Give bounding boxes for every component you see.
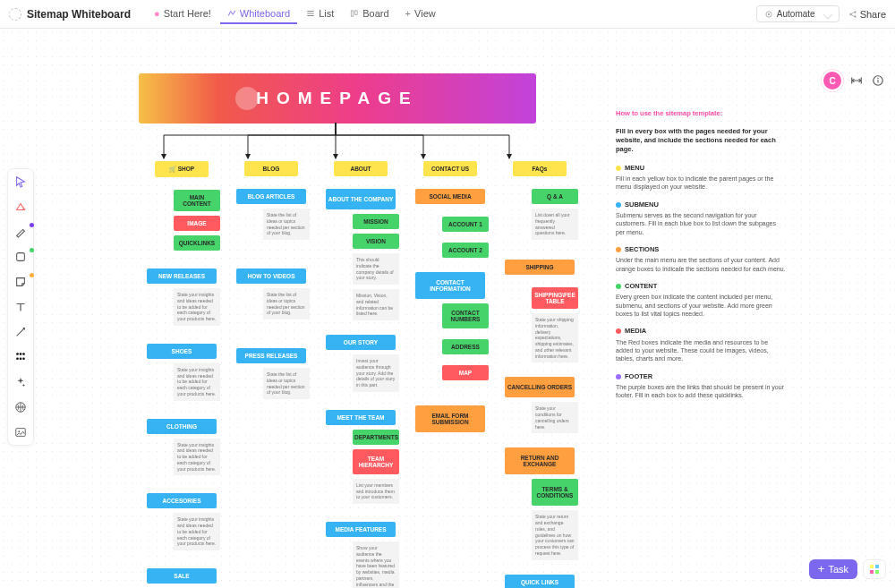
add-task-button[interactable]: +Task [809,559,857,579]
apps-button[interactable] [863,559,886,579]
svg-rect-0 [352,10,354,15]
node-quicklinks[interactable]: QUICKLINKS [174,235,220,251]
tab-list[interactable]: List [299,4,341,24]
fit-icon[interactable] [850,74,863,87]
sec-social[interactable]: SOCIAL MEDIA [415,189,485,204]
tab-start-here[interactable]: ●Start Here! [147,4,218,24]
menu-about[interactable]: ABOUT [334,161,388,176]
sec-cancelling[interactable]: CANCELLING ORDERS [505,377,575,397]
share-button[interactable]: Share [848,9,886,20]
node-terms[interactable]: TERMS & CONDITIONS [532,479,578,506]
desc: Show your audience the events where you … [353,541,399,588]
menu-blog[interactable]: BLOG [244,161,298,176]
col-shop: 🛒 SHOP MAIN CONTENT IMAGE QUICKLINKS NEW… [143,161,220,588]
automate-icon [764,10,773,19]
sticky-tool[interactable] [13,275,28,289]
sub-about-company[interactable]: ABOUT THE COMPANY [326,189,396,209]
svg-point-8 [877,78,878,79]
node-mission[interactable]: MISSION [353,214,399,229]
apps-icon [869,564,880,575]
doc-title[interactable]: Sitemap Whiteboard [27,8,131,21]
svg-rect-11 [875,565,879,568]
desc: State your insights and ideas needed to … [174,288,220,326]
sub-meet-team[interactable]: MEET THE TEAM [326,410,396,425]
node-departments[interactable]: DEPARTMENTS [353,430,399,445]
frame-tool[interactable] [13,350,28,364]
sub-our-story[interactable]: OUR STORY [326,335,396,350]
top-bar: Sitemap Whiteboard ●Start Here! Whiteboa… [0,0,895,29]
desc: State your insights and ideas needed to … [174,363,220,401]
text-tool[interactable] [13,300,28,314]
tab-whiteboard[interactable]: Whiteboard [220,4,297,24]
node-shipping-table[interactable]: SHIPPING\FEE TABLE [532,287,578,309]
svg-point-20 [20,357,22,360]
automate-button[interactable]: Automate [756,5,840,22]
menu-shop[interactable]: 🛒 SHOP [155,161,209,177]
svg-point-18 [22,353,25,355]
svg-point-21 [22,357,25,360]
sub-blog-articles[interactable]: BLOG ARTICLES [236,189,306,204]
pen-tool[interactable] [13,225,28,239]
info-icon[interactable] [872,74,884,87]
sec-shipping[interactable]: SHIPPING [505,260,575,275]
legend-title: How to use the sitemap template: [616,109,786,118]
sub-accessories[interactable]: ACCESORIES [147,493,217,508]
sec-email-form[interactable]: EMAIL FORM SUBMISSION [415,405,485,432]
node-image[interactable]: IMAGE [174,216,220,231]
sub-shoes[interactable]: SHOES [147,344,217,359]
sub-quicklinks[interactable]: QUICK LINKS [505,575,575,589]
node-vision[interactable]: VISION [353,234,399,249]
cursor-tool[interactable] [13,175,28,189]
svg-rect-10 [870,565,874,568]
web-tool[interactable] [13,400,28,414]
whiteboard-canvas[interactable]: C HOMEPAGE 🛒 SHOP MAIN CONTENT IMAGE QUI… [0,29,895,588]
node-main-content[interactable]: MAIN CONTENT [174,190,220,211]
node-acct1[interactable]: ACCOUNT 1 [442,217,489,232]
sub-clothing[interactable]: CLOTHING [147,419,217,434]
sub-contact-info[interactable]: CONTACT INFORMATION [415,272,485,299]
share-icon [848,10,857,19]
desc: State your conditions for cancelling ord… [532,402,578,433]
sec-return[interactable]: RETURN AND EXCHANGE [505,447,575,474]
sub-press[interactable]: PRESS RELEASES [236,348,306,363]
workspace-icon[interactable] [9,8,21,21]
svg-point-3 [768,13,770,15]
desc: This should indicate the company details… [353,253,399,285]
svg-point-16 [16,353,19,355]
view-tabs: ●Start Here! Whiteboard List Board +View [147,4,443,24]
desc: Mission, Vision, and related information… [353,289,399,320]
image-tool[interactable] [13,425,28,439]
node-acct2[interactable]: ACCOUNT 2 [442,243,489,258]
node-address[interactable]: ADDRESS [442,339,489,354]
menu-faqs[interactable]: FAQs [513,161,567,176]
node-qa[interactable]: Q & A [532,189,578,204]
connector-tool[interactable] [13,325,28,339]
node-contact-numbers[interactable]: CONTACT NUMBERS [442,303,489,328]
rect-tool[interactable] [13,250,28,264]
sub-media-features[interactable]: MEDIA FEATURES [326,522,396,537]
homepage-banner[interactable]: HOMEPAGE [139,73,536,124]
ai-tool[interactable] [13,375,28,389]
node-map[interactable]: MAP [442,365,489,380]
shapes-tool[interactable]: + [13,200,28,214]
left-toolbar: + [7,168,34,446]
col-contact: CONTACT US SOCIAL MEDIA ACCOUNT 1 ACCOUN… [412,161,489,588]
tab-board[interactable]: Board [343,4,396,24]
node-hierarchy[interactable]: TEAM HIERARCHY [353,449,399,474]
col-faqs: FAQs Q & A List down all your frequently… [501,161,578,588]
logo-blob [235,87,259,110]
svg-rect-9 [877,80,878,83]
sub-new-releases[interactable]: NEW RELEASES [147,268,217,284]
col-about: ABOUT ABOUT THE COMPANY MISSION VISION T… [322,161,399,588]
svg-text:+: + [22,206,26,212]
tab-add-view[interactable]: +View [398,4,443,24]
desc: State the list of ideas or topics needed… [263,209,310,240]
legend-panel: How to use the sitemap template: Fill in… [616,109,786,409]
svg-rect-13 [875,570,879,574]
avatar[interactable]: C [823,72,841,89]
col-blog: BLOG BLOG ARTICLES State the list of ide… [233,161,310,588]
menu-contact[interactable]: CONTACT US [423,161,477,176]
sub-howto-videos[interactable]: HOW TO VIDEOS [236,268,306,284]
sub-sale[interactable]: SALE [147,568,217,584]
svg-rect-1 [355,10,358,13]
